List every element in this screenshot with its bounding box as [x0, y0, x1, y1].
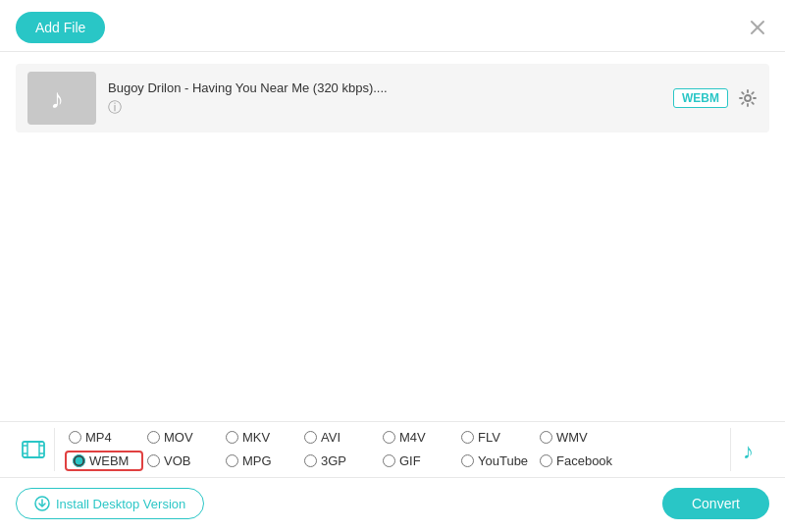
- format-option-facebook[interactable]: Facebook: [536, 452, 616, 470]
- format-option-avi[interactable]: AVI: [300, 428, 379, 447]
- download-icon: [34, 496, 50, 511]
- convert-button[interactable]: Convert: [662, 488, 769, 519]
- main-content: ♪ Bugoy Drilon - Having You Near Me (320…: [0, 52, 785, 529]
- install-desktop-button[interactable]: Install Desktop Version: [16, 488, 204, 519]
- gear-icon: [738, 88, 758, 108]
- install-label: Install Desktop Version: [56, 497, 185, 511]
- format-option-mp4[interactable]: MP4: [65, 428, 143, 447]
- music-icon: ♪: [740, 437, 765, 462]
- format-option-wmv[interactable]: WMV: [536, 428, 614, 447]
- info-icon[interactable]: ⓘ: [108, 99, 661, 117]
- format-badge: WEBM: [673, 88, 728, 108]
- format-option-m4v[interactable]: M4V: [379, 428, 457, 447]
- close-icon: [750, 20, 765, 35]
- file-list-section: ♪ Bugoy Drilon - Having You Near Me (320…: [0, 52, 785, 421]
- svg-point-3: [745, 95, 751, 101]
- close-button[interactable]: [746, 16, 769, 39]
- svg-rect-4: [23, 442, 44, 457]
- format-row-2: WEBM VOB MPG 3GP: [65, 451, 726, 471]
- bottom-section: MP4 MOV MKV AVI: [0, 421, 785, 529]
- music-note-icon: ♪: [44, 80, 79, 116]
- format-bar: MP4 MOV MKV AVI: [0, 422, 785, 478]
- format-row-1: MP4 MOV MKV AVI: [65, 428, 726, 447]
- format-options-area: MP4 MOV MKV AVI: [65, 428, 726, 471]
- file-title: Bugoy Drilon - Having You Near Me (320 k…: [108, 80, 661, 95]
- svg-text:♪: ♪: [50, 83, 64, 114]
- file-item: ♪ Bugoy Drilon - Having You Near Me (320…: [16, 64, 769, 133]
- film-icon: [21, 437, 46, 462]
- format-option-mov[interactable]: MOV: [143, 428, 222, 447]
- audio-format-icon-btn[interactable]: ♪: [730, 428, 773, 471]
- format-option-webm[interactable]: WEBM: [65, 451, 143, 471]
- file-actions: WEBM: [673, 88, 758, 108]
- format-option-mpg[interactable]: MPG: [222, 452, 300, 470]
- format-option-3gp[interactable]: 3GP: [300, 452, 379, 470]
- format-option-gif[interactable]: GIF: [379, 452, 457, 470]
- file-thumbnail: ♪: [27, 72, 96, 125]
- add-file-button[interactable]: Add File: [16, 12, 105, 43]
- format-option-flv[interactable]: FLV: [457, 428, 536, 447]
- top-bar: Add File: [0, 0, 785, 52]
- settings-button[interactable]: [738, 88, 758, 108]
- bottom-actions: Install Desktop Version Convert: [0, 478, 785, 529]
- video-format-icon-btn[interactable]: [12, 428, 55, 471]
- format-option-mkv[interactable]: MKV: [222, 428, 300, 447]
- format-option-vob[interactable]: VOB: [143, 452, 222, 470]
- format-option-youtube[interactable]: YouTube: [457, 452, 536, 470]
- file-info: Bugoy Drilon - Having You Near Me (320 k…: [108, 80, 661, 117]
- svg-text:♪: ♪: [743, 439, 754, 462]
